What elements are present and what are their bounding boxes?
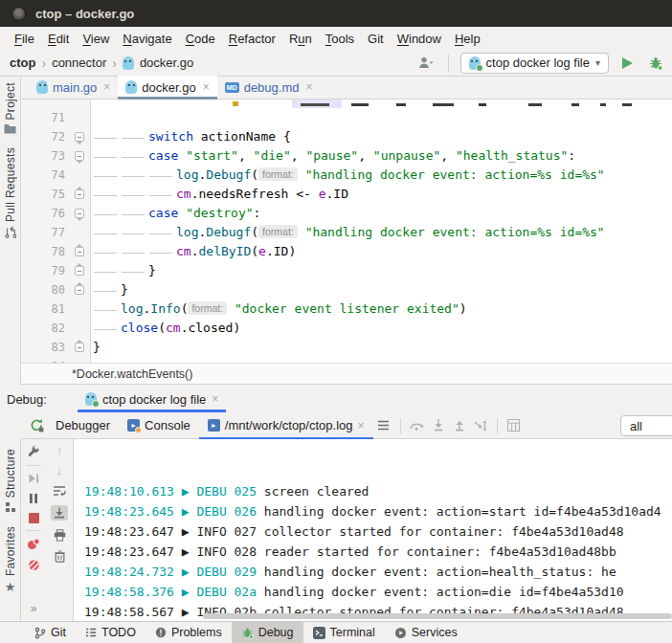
rerun-button[interactable]	[26, 415, 47, 436]
statusbar-item-todo[interactable]: TODO	[76, 622, 146, 643]
code-text: log.Info(format: "docker event listener …	[91, 299, 467, 319]
fold-marker-icon[interactable]	[75, 209, 84, 218]
fold-marker-icon[interactable]	[75, 151, 84, 161]
menu-item-edit[interactable]: Edit	[41, 30, 76, 48]
code-line[interactable]: 75cm.needsRefresh <- e.ID	[21, 185, 672, 204]
menu-item-file[interactable]: File	[8, 30, 41, 48]
debug-tab-debugger[interactable]: Debugger	[47, 412, 119, 439]
prev-occurrence-button[interactable]: ↑	[56, 445, 63, 456]
fold-marker-icon[interactable]	[75, 266, 84, 276]
print-button[interactable]	[54, 529, 66, 542]
console-icon: ▸	[127, 419, 140, 432]
tool-window-button-favorites[interactable]: Favorites★	[4, 526, 17, 594]
view-breakpoints-button[interactable]	[27, 538, 40, 550]
statusbar-item-debug[interactable]: Debug	[232, 622, 303, 643]
evaluate-expression-button[interactable]	[504, 415, 525, 436]
menu-item-code[interactable]: Code	[179, 30, 222, 48]
stop-button[interactable]	[29, 513, 39, 523]
step-over-button[interactable]	[407, 415, 428, 436]
mute-breakpoints-button[interactable]	[28, 559, 40, 571]
breadcrumb-item[interactable]: connector	[52, 55, 106, 70]
menu-item-git[interactable]: Git	[361, 30, 391, 48]
log-timestamp: 19:48:10.613	[84, 484, 174, 499]
fold-marker-icon[interactable]	[75, 247, 84, 256]
run-configuration-select[interactable]: ctop docker log file ▾	[460, 53, 609, 74]
run-to-cursor-button[interactable]	[470, 415, 491, 436]
code-line[interactable]: 80}	[21, 280, 672, 299]
fold-marker-icon[interactable]	[75, 189, 84, 199]
menu-item-run[interactable]: Run	[282, 30, 319, 48]
run-button[interactable]	[616, 53, 638, 74]
next-occurrence-button[interactable]: ↓	[56, 465, 63, 477]
code-line[interactable]: 73case "start", "die", "pause", "unpause…	[21, 146, 672, 166]
navigation-bar: ctop›connector›docker.go ctop docker log…	[0, 50, 672, 77]
close-icon[interactable]: ×	[203, 80, 210, 94]
fold-marker-icon[interactable]	[75, 285, 84, 295]
menu-item-refactor[interactable]: Refactor	[222, 30, 282, 48]
close-icon[interactable]: ×	[305, 80, 312, 94]
goroutine-filter-select[interactable]: all	[620, 415, 672, 436]
clear-all-button[interactable]	[55, 550, 65, 563]
step-out-button[interactable]	[449, 415, 470, 436]
code-line[interactable]: 77log.Debugf(format: "handling docker ev…	[21, 223, 672, 242]
debug-session-tab[interactable]: ctop docker log file ×	[78, 386, 226, 412]
tool-window-button-pull-requests[interactable]: Pull Requests	[4, 147, 17, 238]
log-console[interactable]: 19:48:10.613 ▶ DEBU 025 screen cleared19…	[74, 439, 672, 621]
code-line[interactable]: 71	[21, 108, 672, 127]
statusbar-item-services[interactable]: Services	[385, 622, 467, 643]
window-button-icon[interactable]	[11, 7, 26, 21]
scrollbar-thumb[interactable]	[203, 613, 672, 619]
step-into-button[interactable]	[428, 415, 449, 436]
pause-button[interactable]	[29, 493, 38, 504]
star-icon: ★	[5, 580, 16, 594]
debug-tab--mnt-work-ctop-ctop-log[interactable]: ▸/mnt/work/ctop/ctop.log×	[199, 412, 373, 439]
inlay-hint: format:	[258, 167, 298, 181]
close-icon[interactable]: ×	[103, 80, 110, 94]
editor-tab-main-go[interactable]: main.go×	[29, 76, 118, 99]
fold-marker-icon[interactable]	[75, 132, 84, 142]
debug-tab-console[interactable]: ▸Console	[119, 412, 199, 439]
code-token: Info	[150, 301, 180, 316]
settings-button[interactable]	[27, 445, 40, 458]
tab-whitespace-icon	[93, 150, 121, 163]
code-editor[interactable]: 7172switch actionName {73case "start", "…	[21, 100, 672, 363]
log-timestamp: 19:48:23.645	[84, 504, 174, 519]
debug-session-tab-label: ctop docker log file	[102, 392, 206, 407]
close-icon[interactable]: ×	[357, 419, 364, 432]
line-number: 73	[21, 146, 65, 166]
scroll-to-end-button[interactable]	[51, 505, 68, 521]
code-line[interactable]: 82close(cm.closed)	[21, 319, 672, 338]
code-line[interactable]: 76case "destroy":	[21, 204, 672, 223]
code-line[interactable]: 81log.Info(format: "docker event listene…	[21, 299, 672, 319]
menu-item-tools[interactable]: Tools	[319, 30, 361, 48]
code-line[interactable]: 72switch actionName {	[21, 127, 672, 146]
menu-item-help[interactable]: Help	[448, 30, 487, 48]
statusbar-item-terminal[interactable]: Terminal	[303, 622, 385, 643]
code-line[interactable]: 83}	[21, 338, 672, 357]
close-icon[interactable]: ×	[212, 392, 218, 406]
resume-button[interactable]	[28, 473, 39, 484]
tool-window-button-structure[interactable]: Structure	[4, 449, 17, 513]
fold-marker-icon[interactable]	[75, 343, 84, 352]
log-timestamp: 19:48:23.647	[84, 544, 174, 559]
soft-wrap-button[interactable]	[53, 485, 66, 497]
statusbar-item-problems[interactable]: Problems	[146, 622, 232, 643]
code-line[interactable]: 78cm.delByID(e.ID)	[21, 242, 672, 261]
tool-window-button-project[interactable]: Project	[4, 82, 17, 134]
hamburger-menu-icon[interactable]	[373, 415, 394, 436]
breadcrumb-item[interactable]: docker.go	[140, 55, 193, 70]
code-line[interactable]: 74log.Debugf(format: "handling docker ev…	[21, 166, 672, 185]
code-token	[227, 301, 235, 316]
statusbar-item-git[interactable]: Git	[25, 622, 76, 643]
editor-tab-docker-go[interactable]: docker.go×	[118, 76, 216, 99]
debug-button[interactable]	[645, 53, 666, 74]
breadcrumb-item[interactable]: ctop	[10, 55, 35, 70]
horizontal-scrollbar[interactable]	[74, 612, 672, 620]
more-actions-button[interactable]: »	[31, 602, 37, 615]
code-line[interactable]: 79}	[21, 261, 672, 280]
menu-item-window[interactable]: Window	[391, 30, 448, 48]
menu-item-view[interactable]: View	[76, 30, 116, 48]
user-avatar-icon[interactable]	[415, 53, 437, 74]
menu-item-navigate[interactable]: Navigate	[116, 30, 178, 48]
editor-tab-debug-md[interactable]: MDdebug.md×	[217, 76, 321, 99]
